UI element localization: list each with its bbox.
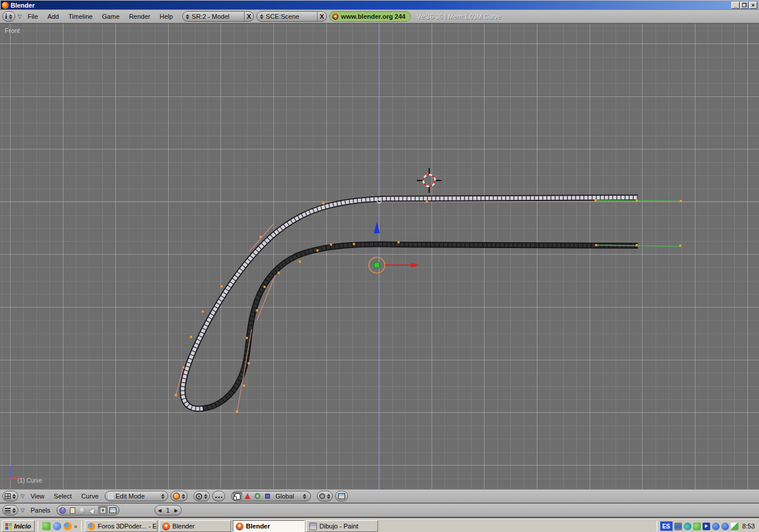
restore-button[interactable]: ❐ bbox=[740, 2, 748, 9]
firefox-quicklaunch-icon[interactable] bbox=[63, 522, 72, 530]
dropdown-arrows-icon bbox=[182, 494, 185, 499]
viewport-window-type-button[interactable] bbox=[2, 491, 18, 501]
display-tray-icon[interactable] bbox=[674, 523, 682, 530]
app-tray-icon-3[interactable] bbox=[731, 523, 738, 530]
volume-tray-icon[interactable] bbox=[684, 523, 691, 530]
app-tray-icon-2[interactable] bbox=[721, 523, 729, 530]
menu-curve[interactable]: Curve bbox=[78, 493, 102, 500]
blender-logo-icon bbox=[332, 14, 339, 20]
manipulator-hand-button[interactable] bbox=[233, 492, 242, 500]
taskbar-divider bbox=[81, 521, 82, 531]
taskbar-divider bbox=[657, 521, 657, 531]
info-header: i ▽ File Add Timeline Game Render Help S… bbox=[0, 9, 759, 24]
rotation-pivot-icon bbox=[196, 493, 202, 500]
manipulator-x-arrowhead bbox=[411, 263, 419, 268]
viewport-3d[interactable]: z Front (1) Curve bbox=[0, 24, 759, 489]
task-button-foros[interactable]: Foros 3DPoder... - Entrar... bbox=[85, 520, 158, 532]
dropdown-arrows-icon bbox=[204, 494, 208, 499]
close-button[interactable]: × bbox=[749, 2, 757, 9]
frame-number-field[interactable]: ◀ 1 ▶ bbox=[155, 505, 182, 516]
minimize-button[interactable]: _ bbox=[731, 2, 740, 9]
taskbar-divider bbox=[38, 521, 38, 531]
menu-game[interactable]: Game bbox=[98, 13, 123, 20]
scene-delete-button[interactable]: X bbox=[317, 12, 326, 21]
panels-menu[interactable]: Panels bbox=[27, 507, 54, 514]
browser-quicklaunch-icon[interactable] bbox=[53, 522, 61, 530]
solid-shading-icon bbox=[173, 493, 180, 500]
system-tray: ES 8:53 bbox=[653, 521, 757, 531]
object-centers-icon bbox=[215, 497, 222, 498]
shading-buttons-button[interactable] bbox=[78, 506, 88, 514]
pivot-dropdown[interactable] bbox=[193, 491, 210, 501]
messenger-quicklaunch-icon[interactable] bbox=[42, 522, 51, 530]
object-icon bbox=[89, 507, 96, 514]
move-centers-button[interactable] bbox=[212, 491, 225, 501]
menu-select[interactable]: Select bbox=[51, 493, 76, 500]
editing-icon bbox=[101, 508, 105, 513]
scene-selector[interactable]: SCE:Scene X bbox=[256, 11, 327, 22]
task-button-label: Blender bbox=[246, 523, 270, 530]
scene-statistics: Ve:36-36 | Mem:1.03M Curve bbox=[417, 13, 501, 20]
paint-icon bbox=[309, 523, 317, 530]
quick-launch-overflow-button[interactable]: » bbox=[74, 523, 78, 530]
menu-render[interactable]: Render bbox=[125, 13, 153, 20]
proportional-edit-dropdown[interactable] bbox=[317, 491, 333, 501]
dropdown-arrows-icon bbox=[327, 494, 330, 499]
scene-buttons-button[interactable] bbox=[108, 506, 118, 514]
menu-view[interactable]: View bbox=[27, 493, 48, 500]
object-buttons-button[interactable] bbox=[88, 506, 98, 514]
draw-type-button[interactable] bbox=[170, 491, 188, 501]
hand-icon bbox=[235, 493, 240, 500]
axis-z-label: z bbox=[12, 460, 15, 466]
window-type-arrows-icon bbox=[12, 494, 16, 499]
editing-buttons-button[interactable] bbox=[98, 506, 108, 514]
screen-delete-button[interactable]: X bbox=[244, 12, 253, 21]
frame-step-right-icon[interactable]: ▶ bbox=[174, 508, 178, 513]
dropdown-arrows-icon bbox=[303, 494, 306, 499]
menu-file[interactable]: File bbox=[24, 13, 42, 20]
app-tray-icon-1[interactable] bbox=[712, 523, 720, 530]
version-text: www.blender.org 244 bbox=[341, 13, 406, 20]
language-indicator[interactable]: ES bbox=[660, 521, 673, 531]
info-window-type-button[interactable]: i bbox=[2, 11, 15, 22]
header-collapse-icon[interactable]: ▽ bbox=[18, 14, 22, 19]
orientation-dropdown[interactable]: Global bbox=[273, 491, 309, 501]
task-button-paint[interactable]: Dibujo - Paint bbox=[306, 520, 378, 532]
render-preview-button[interactable] bbox=[335, 491, 348, 501]
window-titlebar[interactable]: Blender _ ❐ × bbox=[0, 0, 759, 9]
buttons-window-type-button[interactable] bbox=[2, 505, 18, 516]
screen-selector[interactable]: SR:2 - Model X bbox=[182, 11, 254, 22]
blender-window: Blender _ ❐ × i ▽ File Add Timeline Game… bbox=[0, 0, 759, 532]
menu-add[interactable]: Add bbox=[44, 13, 63, 20]
menu-help[interactable]: Help bbox=[156, 13, 176, 20]
blender-icon bbox=[236, 523, 243, 530]
start-button[interactable]: Inicio bbox=[2, 520, 35, 532]
frame-step-left-icon[interactable]: ◀ bbox=[158, 508, 162, 513]
logic-buttons-button[interactable] bbox=[58, 506, 68, 514]
firefox-icon bbox=[88, 523, 95, 530]
header-collapse-icon[interactable]: ▽ bbox=[21, 507, 25, 513]
manipulator-rotate-button[interactable] bbox=[253, 492, 262, 500]
mode-dropdown[interactable]: Edit Mode bbox=[105, 491, 168, 501]
header-collapse-icon[interactable]: ▽ bbox=[21, 493, 25, 499]
task-button-blender-1[interactable]: Blender bbox=[159, 520, 231, 532]
play-icon bbox=[705, 524, 708, 528]
scale-square-icon bbox=[265, 494, 270, 498]
menu-timeline[interactable]: Timeline bbox=[65, 13, 96, 20]
task-button-label: Foros 3DPoder... - Entrar... bbox=[98, 523, 158, 530]
view-orientation-label: Front bbox=[5, 27, 20, 34]
viewport-canvas: z bbox=[0, 24, 759, 489]
edit-mode-icon bbox=[108, 494, 113, 499]
curve-strip-dark bbox=[203, 244, 638, 409]
window-type-arrows-icon bbox=[12, 508, 16, 513]
version-chip: www.blender.org 244 bbox=[329, 11, 411, 22]
translate-cone-icon bbox=[245, 493, 250, 499]
buttons-window-icon bbox=[5, 508, 11, 513]
script-buttons-button[interactable] bbox=[68, 506, 78, 514]
media-player-tray-icon[interactable] bbox=[703, 523, 710, 530]
manipulator-translate-button[interactable] bbox=[243, 492, 252, 500]
network-tray-icon[interactable] bbox=[693, 523, 701, 530]
curve-strip-dark-ticks bbox=[203, 244, 638, 409]
task-button-blender-2-active[interactable]: Blender bbox=[233, 520, 305, 532]
manipulator-scale-button[interactable] bbox=[263, 492, 272, 500]
